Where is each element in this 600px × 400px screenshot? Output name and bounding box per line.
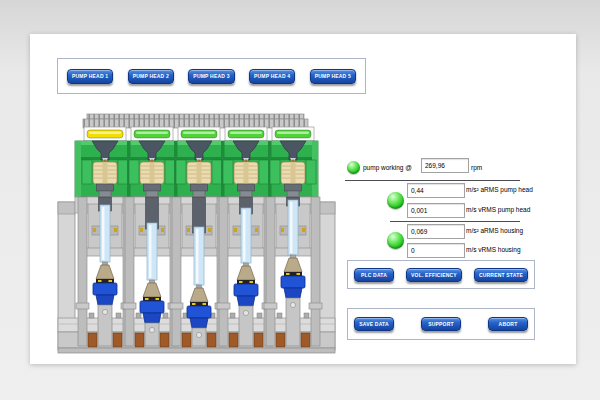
arms-housing-label: m/s² aRMS housing: [466, 227, 523, 234]
vrms-housing-display: 0: [407, 243, 465, 258]
pump-head-3-button[interactable]: PUMP HEAD 3: [188, 69, 234, 84]
divider: [390, 221, 520, 222]
bearing-block: [160, 333, 169, 347]
guide-column: [219, 197, 228, 346]
plc-data-button[interactable]: PLC DATA: [354, 268, 394, 282]
data-button-group: PLC DATA VOL. EFFICIENCY CURRENT STATE: [347, 260, 535, 289]
current-state-button[interactable]: CURRENT STATE: [474, 268, 528, 282]
pump-head-status-led: [387, 192, 404, 209]
crosshead-cone: [190, 288, 208, 302]
guide-column: [78, 197, 87, 346]
bearing-block: [182, 333, 191, 347]
plunger: [100, 205, 110, 262]
pump-working-led: [347, 161, 360, 174]
divider: [345, 180, 520, 181]
plunger: [288, 200, 298, 255]
vol-efficiency-button[interactable]: VOL. EFFICIENCY: [406, 268, 462, 282]
crosshead-cone: [237, 266, 255, 280]
control-button-group: SAVE DATA SUPPORT ABORT: [347, 308, 535, 340]
pump-unit-5: [264, 197, 322, 346]
main-panel: PUMP HEAD 1 PUMP HEAD 2 PUMP HEAD 3 PUMP…: [30, 34, 576, 364]
connecting-rod: [145, 323, 159, 346]
crosshead-clamp: [187, 306, 211, 318]
pump-head-5-button[interactable]: PUMP HEAD 5: [310, 69, 356, 84]
housing-status-led: [387, 232, 404, 249]
guide-column: [266, 197, 275, 346]
arms-housing-display: 0,069: [407, 224, 465, 239]
bearing-block: [301, 333, 310, 347]
arms-pump-head-label: m/s² aRMS pump head: [466, 186, 533, 193]
rpm-value-display: 269,96: [421, 158, 469, 173]
bearing-block: [229, 333, 238, 347]
bearing-block: [207, 333, 216, 347]
pump-working-label: pump working @: [363, 164, 412, 171]
pump-head-1-button[interactable]: PUMP HEAD 1: [67, 69, 113, 84]
bearing-block: [135, 333, 144, 347]
vrms-housing-label: m/s vRMS housing: [466, 246, 521, 253]
crosshead-clamp: [281, 276, 305, 288]
bearing-block: [254, 333, 263, 347]
save-data-button[interactable]: SAVE DATA: [354, 317, 394, 331]
top-cap: [83, 114, 308, 128]
abort-button[interactable]: ABORT: [488, 317, 528, 331]
bearing-block: [113, 333, 122, 347]
plunger: [147, 223, 157, 280]
indicator-lights: [84, 127, 314, 141]
rpm-unit-label: rpm: [471, 164, 482, 171]
support-button[interactable]: SUPPORT: [421, 317, 461, 331]
guide-column: [172, 197, 181, 346]
plunger: [194, 227, 204, 285]
vrms-pump-head-display: 0,001: [407, 203, 465, 218]
pump-head-button-group: PUMP HEAD 1 PUMP HEAD 2 PUMP HEAD 3 PUMP…: [57, 58, 366, 94]
crosshead-cone: [143, 283, 161, 297]
guide-column: [125, 197, 134, 346]
bearing-block: [88, 333, 97, 347]
arms-pump-head-display: 0,44: [407, 183, 465, 198]
bearing-block: [276, 333, 285, 347]
crosshead-clamp: [234, 284, 258, 296]
pump-head-4-button[interactable]: PUMP HEAD 4: [249, 69, 295, 84]
crosshead-clamp: [140, 301, 164, 313]
guide-column: [311, 197, 320, 346]
crosshead-cone: [96, 265, 114, 279]
application-window: PUMP HEAD 1 PUMP HEAD 2 PUMP HEAD 3 PUMP…: [0, 0, 600, 400]
crosshead-clamp: [93, 283, 117, 295]
crosshead-cone: [284, 258, 302, 272]
pump-head-2-button[interactable]: PUMP HEAD 2: [128, 69, 174, 84]
pump-diagram: [45, 100, 345, 358]
vrms-pump-head-label: m/s vRMS pump head: [466, 206, 530, 213]
plunger: [241, 208, 251, 263]
